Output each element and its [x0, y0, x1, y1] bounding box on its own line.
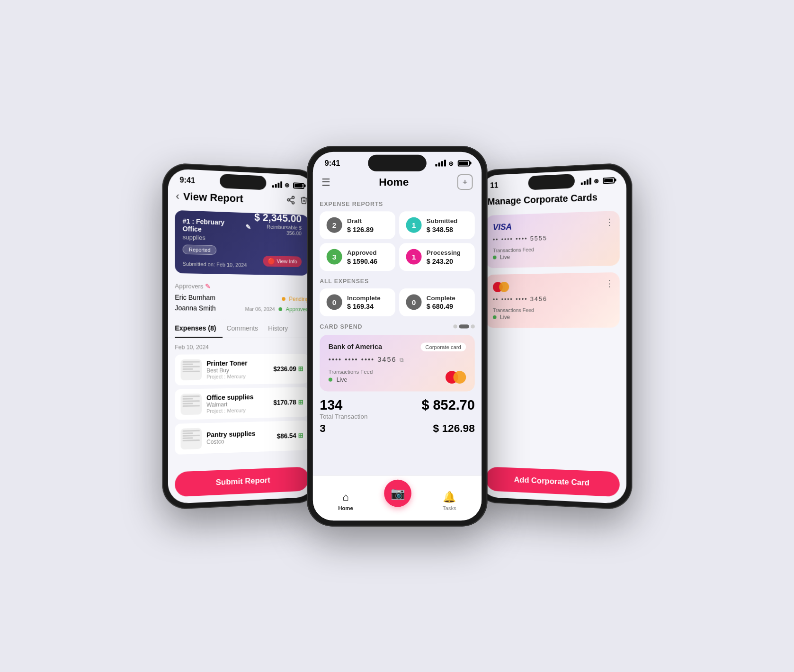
approvers-title: Approvers ✎ — [175, 282, 309, 291]
transactions-info: Transactions Feed Live — [328, 369, 372, 384]
approved-info: Approved $ 1590.46 — [347, 249, 377, 265]
expense-amount-3: $86.54 ⊞ — [277, 431, 303, 439]
credit-card-visual[interactable]: Bank of America Corporate card •••• ••••… — [320, 334, 475, 391]
battery-icon — [293, 182, 304, 188]
tasks-icon: 🔔 — [443, 491, 456, 503]
approved-amount: $ 1590.46 — [347, 257, 377, 265]
total-transactions-count: 134 — [320, 397, 367, 412]
processing-badge: 1 — [406, 249, 421, 264]
expense-project-2: Project : Mercury — [206, 407, 268, 414]
stat-card-submitted[interactable]: 1 Submitted $ 348.58 — [399, 211, 475, 239]
report-name: supplies — [182, 233, 251, 242]
spend-stats: 134 Total Transaction $ 852.70 — [320, 397, 475, 420]
nav-home[interactable]: ⌂ Home — [338, 491, 353, 511]
pending-amount-value: $ 126.98 — [433, 422, 474, 435]
expense-linked-icon-3: ⊞ — [298, 431, 303, 439]
card-menu-icon-1[interactable]: ⋮ — [605, 216, 614, 227]
approvers-section: Approvers ✎ Eric Burnham Pending Joanna … — [168, 277, 314, 320]
edit-icon[interactable]: ✎ — [245, 223, 251, 231]
delete-icon[interactable] — [300, 195, 308, 207]
home-header: ☰ Home + — [312, 169, 481, 194]
card-spend-label: CARD SPEND — [320, 323, 362, 330]
corp-card-mc[interactable]: ⋮ •• •••• •••• 3456 Transactions Feed Li… — [485, 272, 619, 328]
share-icon[interactable] — [286, 195, 295, 206]
view-info-button[interactable]: 🔴 View Info — [263, 255, 302, 267]
pending-amount: $ 126.98 — [433, 422, 474, 435]
approver-status-2: Mar 06, 2024 Approved — [245, 305, 309, 313]
pending-stats: 3 $ 126.98 — [320, 422, 475, 435]
expense-thumb-1 — [180, 359, 202, 380]
submitted-amount: $ 348.58 — [426, 225, 457, 233]
dot-3 — [471, 324, 474, 328]
live-status: Live — [328, 375, 372, 384]
cc-bank-name: Bank of America — [328, 342, 382, 350]
approved-dot — [278, 307, 282, 311]
status-time-left: 9:41 — [179, 176, 195, 185]
approved-label: Approved — [347, 249, 377, 256]
wifi-icon-r: ⊛ — [593, 177, 598, 185]
approver-name-2: Joanna Smith — [175, 304, 215, 312]
card-menu-icon-2[interactable]: ⋮ — [605, 278, 614, 289]
home-content: EXPENSE REPORTS 2 Draft $ 126.89 1 — [312, 194, 481, 475]
cc-type-badge: Corporate card — [420, 342, 466, 351]
approvers-edit-icon[interactable]: ✎ — [205, 282, 211, 290]
svg-line-4 — [289, 197, 292, 199]
submitted-badge: 1 — [406, 217, 421, 233]
stat-card-processing[interactable]: 1 Processing $ 243.20 — [399, 243, 475, 271]
status-time-right: 11 — [490, 181, 498, 189]
report-number: #1 : February Office — [182, 217, 242, 234]
dot-2 — [459, 324, 469, 328]
left-phone: 9:41 ⊛ ‹ View Report — [162, 162, 320, 510]
expense-amount-1: $236.09 ⊞ — [273, 365, 303, 372]
expense-name-1: Printer Toner — [206, 359, 268, 367]
camera-fab[interactable]: 📷 — [384, 479, 411, 507]
manage-title: Manage Corporate Cards — [487, 191, 617, 207]
back-button[interactable]: ‹ — [176, 190, 179, 203]
complete-amount: $ 680.49 — [426, 302, 455, 310]
copy-icon[interactable]: ⧉ — [399, 356, 404, 363]
expense-item-2[interactable]: Office supplies Walmart Project : Mercur… — [175, 387, 309, 420]
nav-tasks[interactable]: 🔔 Tasks — [442, 491, 456, 511]
home-nav-label: Home — [338, 505, 353, 511]
stat-card-draft[interactable]: 2 Draft $ 126.89 — [320, 211, 395, 239]
pending-count-value: 3 — [320, 422, 326, 435]
battery-fill — [294, 183, 302, 187]
approved-badge: 3 — [326, 249, 342, 264]
draft-label: Draft — [347, 217, 373, 224]
corporate-cards-list: ⋮ VISA •• •••• •••• 5555 Transactions Fe… — [479, 206, 626, 468]
submit-report-button[interactable]: Submit Report — [175, 466, 309, 497]
transactions-feed-label: Transactions Feed — [328, 369, 372, 375]
live-status-2: Live — [492, 313, 611, 320]
corp-card-visa[interactable]: ⋮ VISA •• •••• •••• 5555 Transactions Fe… — [485, 210, 619, 268]
live-dot-2 — [492, 315, 496, 319]
incomplete-label: Incomplete — [347, 294, 380, 301]
stat-card-approved[interactable]: 3 Approved $ 1590.46 — [320, 243, 395, 271]
stat-card-incomplete[interactable]: 0 Incomplete $ 169.34 — [320, 288, 395, 316]
submitted-label: Submitted — [426, 217, 457, 224]
home-title: Home — [379, 176, 409, 188]
report-card-title: #1 : February Office ✎ — [182, 217, 251, 234]
live-text-2: Live — [500, 314, 510, 320]
tab-history[interactable]: History — [268, 320, 294, 338]
add-button[interactable]: + — [457, 174, 473, 190]
bottom-nav: ⌂ Home 📷 🔔 Tasks — [312, 475, 481, 520]
add-corporate-card-button[interactable]: Add Corporate Card — [485, 466, 619, 497]
draft-amount: $ 126.89 — [347, 225, 373, 233]
processing-amount: $ 243.20 — [426, 257, 460, 265]
menu-icon[interactable]: ☰ — [321, 176, 330, 188]
expenses-list: Feb 10, 2024 Printer Toner Best Buy Proj… — [168, 338, 314, 467]
expense-item-1[interactable]: Printer Toner Best Buy Project : Mercury… — [175, 354, 309, 385]
report-card: #1 : February Office ✎ supplies $ 2,345.… — [175, 210, 309, 275]
bar1 — [272, 185, 274, 188]
processing-info: Processing $ 243.20 — [426, 249, 460, 265]
submitted-info: Submitted $ 348.58 — [426, 217, 457, 233]
stat-card-complete[interactable]: 0 Complete $ 680.49 — [399, 288, 475, 316]
cc-bottom: Transactions Feed Live — [328, 369, 465, 384]
tabs-row: Expenses (8) Comments History — [168, 319, 314, 338]
expense-item-3[interactable]: Pantry supplies Costco $86.54 ⊞ — [175, 420, 309, 454]
processing-label: Processing — [426, 249, 460, 256]
tab-comments[interactable]: Comments — [226, 319, 264, 337]
tab-expenses[interactable]: Expenses (8) — [175, 319, 223, 338]
live-text: Live — [336, 376, 347, 383]
bar4 — [280, 181, 282, 188]
